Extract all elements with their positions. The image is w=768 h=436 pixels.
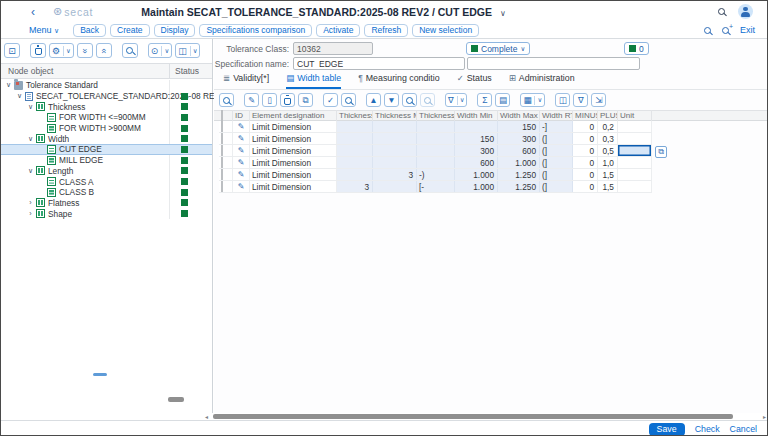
cell-width-rt[interactable]: -]: [540, 121, 573, 132]
maximize-table-button[interactable]: ⇲: [591, 93, 606, 107]
tree-item-cut-edge[interactable]: CUT EDGE: [1, 144, 212, 155]
cell-thickness-min[interactable]: [337, 169, 373, 180]
cell-minus[interactable]: 0: [573, 121, 598, 132]
tree-item-mill-edge[interactable]: MILL EDGE: [1, 155, 212, 166]
cell-designation[interactable]: Limit Dimension: [250, 121, 337, 132]
menu-dropdown[interactable]: Menu ∨: [29, 25, 59, 35]
tree-item-flatness[interactable]: › Flatness: [1, 198, 212, 209]
filter-dropdown-button[interactable]: ∇∨: [445, 93, 467, 107]
cell-unit[interactable]: [618, 157, 652, 168]
col-thickness-min[interactable]: Thickness Min: [337, 110, 373, 121]
row-select-cell[interactable]: [219, 133, 233, 144]
find-in-table-button[interactable]: [341, 93, 356, 107]
save-button[interactable]: Save: [649, 423, 685, 436]
cell-unit[interactable]: [618, 169, 652, 180]
advanced-search-icon[interactable]: +: [722, 27, 729, 34]
cell-thickness-rt[interactable]: [417, 145, 455, 156]
table-filter-button[interactable]: ∇: [573, 93, 588, 107]
tree-item-class-a[interactable]: CLASS A: [1, 176, 212, 187]
cell-designation[interactable]: Limit Dimension: [250, 145, 337, 156]
col-unit[interactable]: Unit: [618, 110, 652, 121]
cell-thickness-max[interactable]: [373, 121, 417, 132]
views-dropdown-button[interactable]: ▦∨: [520, 93, 545, 107]
search-icon[interactable]: [718, 8, 725, 15]
cell-designation[interactable]: Limit Dimension: [250, 157, 337, 168]
back-button[interactable]: Back: [73, 24, 106, 37]
tree-item-for-width-lte-900mm[interactable]: FOR WIDTH <=900MM: [1, 112, 212, 123]
tree-item-tolerance-standard[interactable]: ∨ Tolerance Standard: [1, 80, 212, 91]
edit-row-icon[interactable]: ✎: [233, 169, 250, 180]
cell-width-min[interactable]: 1.000: [455, 169, 498, 180]
tree-item-standard-rev2[interactable]: ∨ SECAT_TOLERANCE_STANDARD:2025-08 REV2: [1, 91, 212, 102]
row-select-cell[interactable]: [219, 169, 233, 180]
cell-thickness-rt[interactable]: [417, 157, 455, 168]
tab-validity[interactable]: ≣ Validity[*]: [223, 73, 269, 89]
cell-thickness-rt[interactable]: -): [417, 169, 455, 180]
tree-settings-dropdown-button[interactable]: ⚙∨: [49, 43, 74, 58]
tree-item-thickness[interactable]: ∨ Thickness: [1, 101, 212, 112]
tree-item-length[interactable]: ∨ Length: [1, 166, 212, 177]
cell-width-min[interactable]: 1.000: [455, 181, 498, 192]
cell-width-max[interactable]: 1.250: [498, 181, 540, 192]
expand-icon[interactable]: ›: [26, 210, 35, 217]
row-select-cell[interactable]: [219, 181, 233, 192]
value-help-icon[interactable]: ⧉: [655, 146, 667, 158]
scrollbar-thumb[interactable]: [168, 397, 184, 402]
tolerance-class-input[interactable]: [293, 42, 373, 55]
specifications-comparison-button[interactable]: Specifications comparison: [199, 24, 312, 37]
tree-item-width[interactable]: ∨ Width: [1, 133, 212, 144]
checkbox[interactable]: [221, 145, 223, 156]
cell-thickness-max[interactable]: [373, 181, 417, 192]
row-select-cell[interactable]: [219, 157, 233, 168]
cell-minus[interactable]: 0: [573, 157, 598, 168]
cell-width-min[interactable]: 150: [455, 133, 498, 144]
cell-unit[interactable]: [618, 133, 652, 144]
cell-thickness-max[interactable]: [373, 145, 417, 156]
cell-width-max[interactable]: 1.000: [498, 157, 540, 168]
specification-name-input[interactable]: [293, 57, 465, 70]
move-down-button[interactable]: ▼: [384, 93, 399, 107]
total-button[interactable]: Σ: [477, 93, 492, 107]
scrollbar-track[interactable]: [211, 414, 763, 419]
duplicate-row-button[interactable]: ⧉: [298, 93, 313, 107]
cell-thickness-max[interactable]: [373, 157, 417, 168]
cell-thickness-min[interactable]: 3: [337, 181, 373, 192]
checkbox[interactable]: [221, 157, 223, 168]
cell-width-min[interactable]: [455, 121, 498, 132]
cell-minus[interactable]: 0: [573, 133, 598, 144]
edit-row-icon[interactable]: ✎: [233, 121, 250, 132]
tab-status[interactable]: ✓ Status: [457, 73, 492, 89]
table-row[interactable]: ✎ Limit Dimension 3 [- 1.000 1.250 (] 0 …: [219, 181, 652, 193]
page-title[interactable]: Maintain SECAT_TOLERANCE_STANDARD:2025-0…: [141, 6, 505, 18]
new-selection-button[interactable]: New selection: [412, 24, 479, 37]
cancel-button[interactable]: Cancel: [730, 424, 757, 434]
cell-thickness-rt[interactable]: [-: [417, 181, 455, 192]
table-row[interactable]: ✎ Limit Dimension 600 1.000 (] 0 1,0: [219, 157, 652, 169]
collapse-icon[interactable]: ∨: [26, 103, 35, 111]
export-button[interactable]: ▤: [495, 93, 510, 107]
cell-width-rt[interactable]: (]: [540, 157, 573, 168]
find-icon[interactable]: [704, 27, 711, 34]
panel-splitter-handle[interactable]: [93, 373, 107, 376]
check-entries-button[interactable]: ✓: [323, 93, 338, 107]
row-select-cell[interactable]: [219, 145, 233, 156]
col-minus[interactable]: MINUS: [573, 110, 598, 121]
table-row[interactable]: ✎ Limit Dimension 150 300 (] 0 0,3: [219, 133, 652, 145]
find-node-button[interactable]: [122, 43, 138, 58]
select-all-header[interactable]: [219, 110, 233, 121]
cell-thickness-min[interactable]: [337, 145, 373, 156]
focus-node-button[interactable]: ⊡: [4, 43, 20, 58]
cell-width-min[interactable]: 300: [455, 145, 498, 156]
status-dropdown[interactable]: Complete ∨: [466, 42, 530, 55]
tab-administration[interactable]: ⊞ Administration: [509, 73, 575, 89]
cell-thickness-rt[interactable]: [417, 133, 455, 144]
col-width-max[interactable]: Width Max: [498, 110, 540, 121]
cell-width-max[interactable]: 150: [498, 121, 540, 132]
specification-name-input-2[interactable]: [467, 57, 640, 70]
scroll-right-icon[interactable]: ▸: [763, 413, 768, 420]
details-button[interactable]: [219, 93, 234, 107]
cell-thickness-rt[interactable]: [417, 121, 455, 132]
tree-horizontal-scrollbar[interactable]: [1, 397, 212, 403]
cell-width-max[interactable]: 600: [498, 145, 540, 156]
cell-width-max[interactable]: 1.250: [498, 169, 540, 180]
